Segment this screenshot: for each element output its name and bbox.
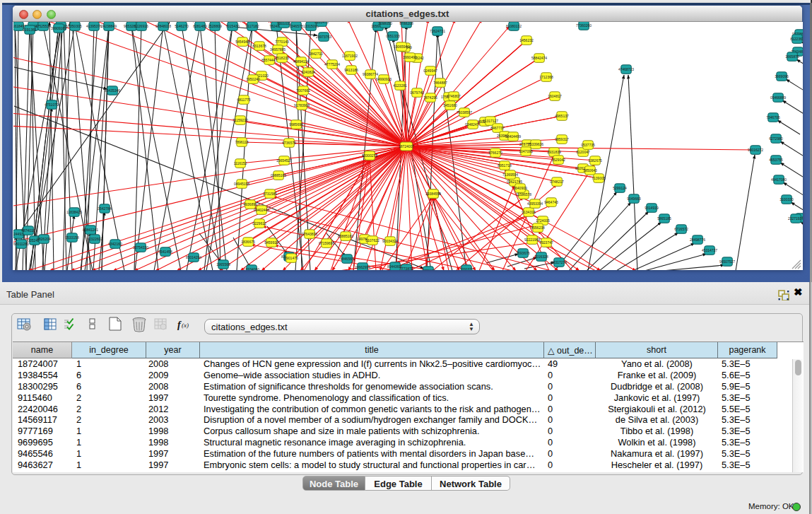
svg-text:45314737: 45314737 — [702, 248, 717, 252]
svg-text:71369594: 71369594 — [502, 173, 518, 177]
svg-text:5459910: 5459910 — [264, 240, 278, 245]
svg-text:1965569: 1965569 — [216, 262, 230, 267]
svg-text:0679740: 0679740 — [410, 90, 424, 95]
svg-text:0842710: 0842710 — [309, 52, 323, 56]
svg-text:7139005: 7139005 — [592, 176, 606, 180]
svg-text:5850643: 5850643 — [583, 168, 597, 173]
svg-text:3098050: 3098050 — [378, 22, 392, 25]
svg-text:8313678: 8313678 — [252, 44, 266, 48]
svg-text:5865185: 5865185 — [657, 216, 671, 221]
svg-text:11838425: 11838425 — [66, 210, 82, 214]
svg-text:92221969: 92221969 — [524, 238, 540, 242]
svg-text:2528809: 2528809 — [208, 24, 222, 28]
svg-text:4653755: 4653755 — [769, 158, 783, 162]
svg-text:6272980: 6272980 — [769, 136, 783, 141]
svg-text:47468723: 47468723 — [618, 67, 634, 71]
svg-text:7693676: 7693676 — [516, 251, 530, 255]
svg-text:1712368: 1712368 — [539, 75, 553, 79]
svg-text:92322602: 92322602 — [87, 237, 102, 241]
svg-text:8951718: 8951718 — [498, 163, 512, 168]
svg-text:15654527: 15654527 — [276, 158, 292, 163]
svg-text:77360260: 77360260 — [576, 23, 592, 28]
svg-text:19384554: 19384554 — [425, 192, 441, 196]
svg-text:29973763: 29973763 — [316, 35, 331, 39]
svg-text:09402445: 09402445 — [254, 208, 269, 212]
svg-text:0640909: 0640909 — [513, 186, 527, 190]
svg-text:7923747: 7923747 — [539, 240, 553, 245]
svg-text:61586578: 61586578 — [516, 192, 531, 197]
svg-text:34957885: 34957885 — [270, 47, 286, 52]
svg-text:0229612: 0229612 — [252, 221, 266, 226]
svg-text:5183473: 5183473 — [314, 22, 329, 24]
svg-text:8346578: 8346578 — [289, 24, 303, 28]
svg-text:1604817: 1604817 — [548, 94, 562, 98]
svg-text:85014294: 85014294 — [186, 255, 201, 259]
svg-text:1047095: 1047095 — [519, 149, 533, 153]
svg-text:4846564: 4846564 — [340, 257, 354, 261]
svg-text:7015430: 7015430 — [225, 24, 240, 28]
svg-text:5240824: 5240824 — [301, 70, 315, 74]
svg-text:58404499: 58404499 — [505, 134, 521, 139]
svg-text:64990913: 64990913 — [376, 77, 392, 81]
svg-text:96507527: 96507527 — [719, 259, 735, 264]
svg-text:7874296: 7874296 — [423, 95, 437, 100]
svg-text:41395376: 41395376 — [86, 24, 102, 28]
svg-text:5146270: 5146270 — [175, 24, 189, 28]
svg-text:3518233: 3518233 — [275, 56, 289, 60]
svg-text:9826204: 9826204 — [37, 237, 51, 241]
svg-text:3200379: 3200379 — [459, 267, 473, 270]
svg-text:5454948: 5454948 — [235, 40, 249, 44]
svg-text:49894134: 49894134 — [293, 59, 309, 64]
svg-text:07159696: 07159696 — [319, 241, 334, 245]
svg-text:(x): (x) — [182, 322, 189, 329]
svg-text:5299124: 5299124 — [613, 186, 627, 190]
svg-text:9859317: 9859317 — [555, 137, 569, 141]
svg-text:9117182: 9117182 — [245, 24, 259, 28]
svg-text:8281489: 8281489 — [193, 24, 207, 28]
svg-text:09885165: 09885165 — [271, 173, 286, 177]
svg-text:2016328: 2016328 — [534, 255, 548, 259]
svg-text:0249947: 0249947 — [423, 69, 437, 73]
svg-text:6120047: 6120047 — [576, 150, 590, 154]
svg-text:3100330: 3100330 — [779, 197, 794, 201]
svg-text:2931839: 2931839 — [547, 150, 561, 154]
svg-text:33754330: 33754330 — [133, 245, 148, 250]
svg-text:23271937: 23271937 — [788, 216, 803, 221]
svg-text:4751079: 4751079 — [45, 103, 59, 107]
svg-text:47775204: 47775204 — [324, 62, 340, 66]
svg-text:91783908: 91783908 — [294, 103, 310, 107]
svg-text:13300273: 13300273 — [362, 153, 377, 158]
svg-text:68011280: 68011280 — [13, 242, 29, 246]
svg-text:6716572: 6716572 — [674, 227, 688, 231]
svg-text:4936899: 4936899 — [243, 202, 257, 206]
svg-text:6342160: 6342160 — [108, 242, 122, 246]
svg-text:8122362: 8122362 — [790, 37, 803, 41]
svg-text:08317278: 08317278 — [551, 260, 567, 264]
svg-text:71159212: 71159212 — [233, 118, 248, 122]
svg-text:28498776: 28498776 — [690, 238, 705, 242]
svg-text:1226916: 1226916 — [134, 24, 148, 28]
svg-text:4874016: 4874016 — [21, 228, 35, 233]
svg-text:4895134: 4895134 — [421, 269, 435, 270]
svg-text:0651333: 0651333 — [386, 34, 400, 38]
svg-text:16934060: 16934060 — [244, 267, 259, 270]
svg-text:2191361: 2191361 — [23, 28, 37, 32]
svg-text:0533158: 0533158 — [65, 235, 79, 240]
svg-text:6541458: 6541458 — [158, 250, 172, 254]
svg-text:2731585: 2731585 — [263, 192, 277, 196]
svg-text:7773872: 7773872 — [399, 267, 413, 270]
svg-text:80841241: 80841241 — [83, 228, 98, 232]
svg-text:8467737: 8467737 — [490, 126, 505, 130]
svg-text:46417080: 46417080 — [771, 177, 787, 182]
svg-text:9301031: 9301031 — [277, 22, 291, 25]
svg-text:81080132: 81080132 — [506, 24, 522, 28]
svg-text:72624731: 72624731 — [430, 29, 445, 33]
svg-text:7346706: 7346706 — [766, 115, 780, 119]
svg-text:58842474: 58842474 — [531, 56, 547, 60]
svg-text:9134316: 9134316 — [522, 210, 536, 214]
svg-text:39909169: 39909169 — [51, 26, 66, 30]
svg-text:85435346: 85435346 — [105, 88, 120, 93]
svg-text:43953394: 43953394 — [527, 201, 543, 206]
svg-text:97643815: 97643815 — [302, 232, 317, 236]
svg-text:6736576: 6736576 — [282, 141, 296, 145]
